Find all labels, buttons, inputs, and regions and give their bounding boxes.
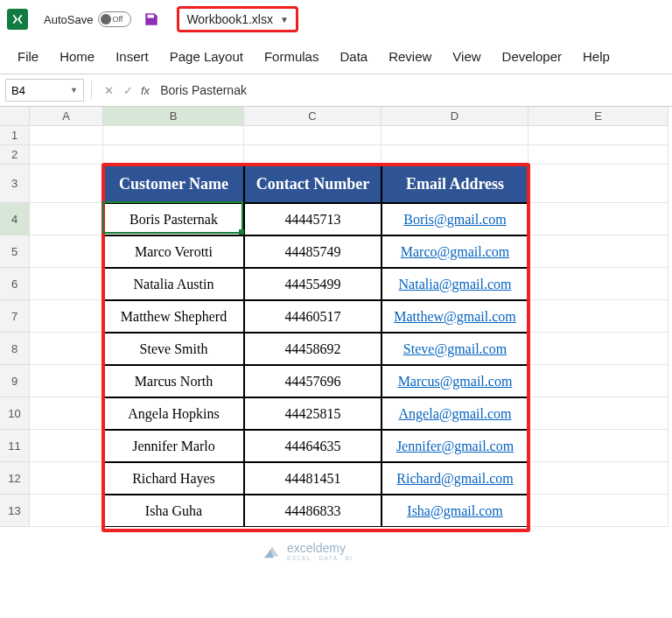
- cell[interactable]: Boris Pasternak: [103, 203, 244, 235]
- tab-view[interactable]: View: [442, 39, 491, 74]
- tab-review[interactable]: Review: [378, 39, 442, 74]
- cell[interactable]: [382, 145, 528, 165]
- fx-icon[interactable]: fx: [141, 84, 150, 97]
- cell[interactable]: [528, 333, 668, 365]
- cell[interactable]: [528, 165, 668, 203]
- cell[interactable]: [382, 126, 528, 145]
- cell[interactable]: 44486833: [244, 495, 382, 527]
- cell[interactable]: [30, 333, 103, 365]
- cell[interactable]: Email Address: [382, 165, 528, 203]
- row-header[interactable]: 5: [0, 235, 30, 268]
- autosave-toggle[interactable]: AutoSave Off: [44, 11, 131, 27]
- cell[interactable]: Marco@gmail.com: [382, 235, 528, 268]
- name-box[interactable]: B4 ▼: [5, 79, 84, 102]
- cell[interactable]: [528, 300, 668, 333]
- cell[interactable]: 44460517: [244, 300, 382, 333]
- cell[interactable]: Jennifer@gmail.com: [382, 430, 528, 462]
- tab-home[interactable]: Home: [49, 39, 105, 74]
- cell[interactable]: Matthew Shepherd: [103, 300, 244, 333]
- cell[interactable]: Isha Guha: [103, 495, 244, 527]
- row-header[interactable]: 11: [0, 430, 30, 462]
- cell[interactable]: Boris@gmail.com: [382, 203, 528, 235]
- cell[interactable]: 44464635: [244, 430, 382, 462]
- filename-dropdown[interactable]: Workbook1.xlsx ▼: [177, 6, 298, 32]
- formula-input[interactable]: [157, 79, 667, 102]
- select-all-corner[interactable]: [0, 107, 30, 126]
- cell[interactable]: [103, 126, 244, 145]
- save-button[interactable]: [144, 11, 159, 27]
- cell[interactable]: Jennifer Marlo: [103, 430, 244, 462]
- cell[interactable]: Steve Smith: [103, 333, 244, 365]
- cell[interactable]: [244, 145, 382, 165]
- cell[interactable]: [30, 126, 103, 145]
- col-header-a[interactable]: A: [30, 107, 103, 126]
- cell[interactable]: [30, 462, 103, 495]
- row-header[interactable]: 2: [0, 145, 30, 165]
- cell[interactable]: Marcus North: [103, 365, 244, 397]
- cell[interactable]: [528, 145, 668, 165]
- cell[interactable]: 44445713: [244, 203, 382, 235]
- cell[interactable]: [528, 268, 668, 300]
- cell[interactable]: Natalia@gmail.com: [382, 268, 528, 300]
- cell[interactable]: [103, 145, 244, 165]
- cell[interactable]: 44425815: [244, 397, 382, 430]
- cell[interactable]: [528, 126, 668, 145]
- cell[interactable]: [528, 235, 668, 268]
- col-header-c[interactable]: C: [244, 107, 382, 126]
- row-header[interactable]: 13: [0, 495, 30, 527]
- cell[interactable]: Steve@gmail.com: [382, 333, 528, 365]
- cell[interactable]: [30, 397, 103, 430]
- cell[interactable]: Matthew@gmail.com: [382, 300, 528, 333]
- tab-insert[interactable]: Insert: [105, 39, 159, 74]
- tab-page-layout[interactable]: Page Layout: [159, 39, 254, 74]
- row-header[interactable]: 6: [0, 268, 30, 300]
- row-header[interactable]: 4: [0, 203, 30, 235]
- cell[interactable]: [528, 495, 668, 527]
- cell[interactable]: [30, 365, 103, 397]
- cell[interactable]: Angela Hopkins: [103, 397, 244, 430]
- cancel-formula-icon[interactable]: ✕: [99, 81, 118, 100]
- cell[interactable]: Customer Name: [103, 165, 244, 203]
- cell[interactable]: Angela@gmail.com: [382, 397, 528, 430]
- tab-file[interactable]: File: [7, 39, 49, 74]
- cell[interactable]: [244, 126, 382, 145]
- cell[interactable]: [528, 397, 668, 430]
- cell[interactable]: 44481451: [244, 462, 382, 495]
- cell[interactable]: 44485749: [244, 235, 382, 268]
- cell[interactable]: [30, 203, 103, 235]
- row-header[interactable]: 10: [0, 397, 30, 430]
- tab-help[interactable]: Help: [572, 39, 620, 74]
- col-header-b[interactable]: B: [103, 107, 244, 126]
- row-header[interactable]: 3: [0, 165, 30, 203]
- cell[interactable]: [30, 430, 103, 462]
- cell[interactable]: 44458692: [244, 333, 382, 365]
- cell[interactable]: Natalia Austin: [103, 268, 244, 300]
- tab-formulas[interactable]: Formulas: [254, 39, 330, 74]
- row-header[interactable]: 12: [0, 462, 30, 495]
- cell[interactable]: Richard Hayes: [103, 462, 244, 495]
- col-header-e[interactable]: E: [528, 107, 668, 126]
- spreadsheet-grid[interactable]: A B C D E 123Customer NameContact Number…: [0, 107, 672, 527]
- row-header[interactable]: 8: [0, 333, 30, 365]
- cell[interactable]: Isha@gmail.com: [382, 495, 528, 527]
- cell[interactable]: [528, 203, 668, 235]
- cell[interactable]: Richard@gmail.com: [382, 462, 528, 495]
- cell[interactable]: [528, 462, 668, 495]
- enter-formula-icon[interactable]: ✓: [118, 81, 137, 100]
- cell[interactable]: [30, 165, 103, 203]
- tab-developer[interactable]: Developer: [492, 39, 572, 74]
- cell[interactable]: Marcus@gmail.com: [382, 365, 528, 397]
- cell[interactable]: [30, 268, 103, 300]
- cell[interactable]: [30, 235, 103, 268]
- col-header-d[interactable]: D: [382, 107, 528, 126]
- row-header[interactable]: 7: [0, 300, 30, 333]
- cell[interactable]: 44455499: [244, 268, 382, 300]
- cell[interactable]: [30, 300, 103, 333]
- cell[interactable]: [528, 430, 668, 462]
- tab-data[interactable]: Data: [329, 39, 378, 74]
- cell[interactable]: [30, 145, 103, 165]
- cell[interactable]: Marco Verotti: [103, 235, 244, 268]
- cell[interactable]: Contact Number: [244, 165, 382, 203]
- cell[interactable]: 44457696: [244, 365, 382, 397]
- row-header[interactable]: 1: [0, 126, 30, 145]
